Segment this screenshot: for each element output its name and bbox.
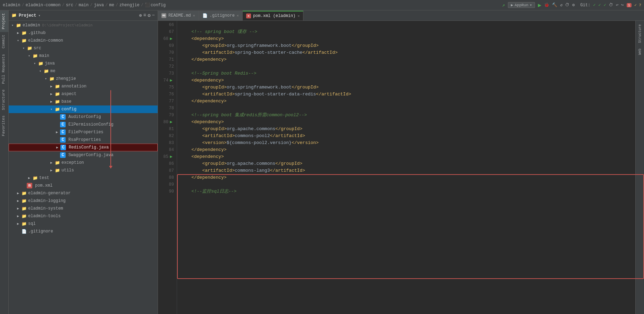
java-icon: C bbox=[60, 114, 66, 120]
line-num-71: 71 bbox=[161, 56, 174, 63]
tree-item-me[interactable]: ▾ 📁 me bbox=[9, 67, 158, 75]
run-button[interactable]: ▶ bbox=[538, 2, 541, 9]
tree-item-eladmin-generator[interactable]: ▶ 📁 eladmin-generator bbox=[9, 189, 158, 197]
code-line-73: <!--Spring boot Redis--> bbox=[181, 70, 635, 77]
tree-item-eladmin-common[interactable]: ▾ 📁 eladmin-common bbox=[9, 37, 158, 44]
expand-arrow: ▶ bbox=[17, 206, 21, 211]
git-check2: ✓ bbox=[599, 2, 601, 8]
tree-item-base[interactable]: ▶ 📁 base bbox=[9, 98, 158, 105]
line-num-66: 66 bbox=[161, 22, 174, 28]
tree-item-eladmin[interactable]: ▾ 📁 eladmin D:\ideaProject\eladmin bbox=[9, 22, 158, 29]
tree-item-sql[interactable]: ▶ 📁 sql bbox=[9, 220, 158, 228]
close-tab-button[interactable]: ✕ bbox=[237, 14, 239, 18]
tree-item-el-permission-config[interactable]: C ElPermissionConfig bbox=[9, 121, 158, 128]
breadcrumb-config[interactable]: config bbox=[151, 3, 166, 8]
breadcrumb-java[interactable]: java bbox=[94, 3, 104, 8]
xml-bracket: </ bbox=[270, 167, 275, 174]
tree-item-swagger-config[interactable]: C SwaggerConfig.java bbox=[9, 151, 158, 159]
java-icon: C bbox=[60, 145, 66, 150]
tree-item-file-properties[interactable]: ▶ C FileProperties bbox=[9, 128, 158, 136]
xml-tag: dependency bbox=[194, 77, 221, 84]
sidebar-item-commit[interactable]: Commit bbox=[0, 32, 8, 51]
code-line-79: <!--spring boot 集成redis所需common-pool2--> bbox=[181, 112, 635, 119]
run-gutter-icon[interactable]: ▶ bbox=[168, 36, 174, 42]
folder-icon: 📁 bbox=[49, 76, 55, 82]
tree-item-config[interactable]: ▾ 📁 config bbox=[9, 105, 158, 113]
folder-icon: 📁 bbox=[21, 190, 27, 196]
tree-item-aspect[interactable]: ▶ 📁 aspect bbox=[9, 90, 158, 98]
item-label: eladmin-logging bbox=[28, 198, 66, 203]
clock-icon[interactable]: ⏱ bbox=[565, 2, 569, 8]
breadcrumb-src[interactable]: src bbox=[66, 3, 74, 8]
item-label: exception bbox=[61, 160, 84, 165]
error-badge[interactable]: 1 bbox=[627, 3, 632, 7]
sidebar-item-structure[interactable]: Structure bbox=[0, 87, 8, 113]
tab-gitignore[interactable]: 📄 .gitignore ✕ bbox=[199, 11, 243, 20]
sidebar-item-project[interactable]: Project bbox=[0, 10, 8, 32]
folder-icon: 📁 bbox=[55, 107, 60, 112]
xml-bracket: < bbox=[181, 160, 205, 167]
xml-text: org.apache.commons bbox=[227, 126, 275, 133]
tree-item-auditor-config[interactable]: C AuditorConfig bbox=[9, 113, 158, 121]
tree-item-redis-config[interactable]: ▶ C RedisConfig.java bbox=[9, 144, 158, 151]
tree-item-annotation[interactable]: ▶ 📁 annotation bbox=[9, 83, 158, 90]
run-gutter-icon[interactable]: ▶ bbox=[168, 154, 174, 160]
apprun-button[interactable]: ▶ AppRun ▾ bbox=[508, 2, 535, 8]
item-label: zhengjie bbox=[56, 76, 76, 81]
breadcrumb-common[interactable]: eladmin-common bbox=[26, 3, 61, 8]
tree-item-eladmin-system[interactable]: ▶ 📁 eladmin-system bbox=[9, 205, 158, 212]
breadcrumb-me[interactable]: me bbox=[109, 3, 114, 8]
reload-icon[interactable]: ↺ bbox=[560, 2, 562, 8]
breadcrumb-eladmin[interactable]: eladmin bbox=[3, 3, 20, 8]
debug-icon[interactable]: 🐞 bbox=[544, 2, 549, 8]
apprun-label: AppRun bbox=[515, 3, 528, 7]
run-gutter-icon[interactable]: ▶ bbox=[168, 119, 174, 125]
xml-tag: artifactId bbox=[275, 167, 302, 174]
close-tab-button[interactable]: ✕ bbox=[298, 14, 300, 18]
minimize-icon[interactable]: − bbox=[152, 12, 155, 18]
settings-icon[interactable]: ⚙ bbox=[572, 2, 575, 8]
tab-pom-xml[interactable]: m pom.xml (eladmin) ✕ bbox=[243, 11, 303, 20]
folder-icon: 📁 bbox=[43, 68, 49, 74]
xml-bracket: > bbox=[335, 49, 338, 56]
tree-item-rsa-properties[interactable]: C RsaProperties bbox=[9, 136, 158, 144]
tree-item-eladmin-logging[interactable]: ▶ 📁 eladmin-logging bbox=[9, 197, 158, 205]
tree-item-exception[interactable]: ▶ 📁 exception bbox=[9, 159, 158, 167]
tree-item-test[interactable]: ▶ 📁 test bbox=[9, 174, 158, 182]
tree-item-github[interactable]: ▶ 📁 .github bbox=[9, 29, 158, 37]
tree-item-src[interactable]: ▾ 📁 src bbox=[9, 44, 158, 52]
settings-tree-icon[interactable]: ⚙ bbox=[148, 12, 150, 18]
sidebar-item-pull-requests[interactable]: Pull Requests bbox=[0, 51, 8, 87]
run-gutter-icon[interactable]: ▶ bbox=[168, 78, 174, 83]
tree-item-utils[interactable]: ▶ 📁 utils bbox=[9, 167, 158, 174]
folder-icon: 📁 bbox=[55, 168, 60, 173]
build-icon[interactable]: 🔨 bbox=[552, 2, 557, 8]
tree-item-eladmin-tools[interactable]: ▶ 📁 eladmin-tools bbox=[9, 212, 158, 220]
tree-item-pom-xml[interactable]: m pom.xml bbox=[9, 182, 158, 189]
java-icon: C bbox=[60, 129, 66, 135]
right-tab-web[interactable]: Web bbox=[636, 46, 644, 57]
xml-bracket: > bbox=[316, 84, 319, 91]
close-tab-button[interactable]: ✕ bbox=[193, 14, 195, 18]
code-area[interactable]: <!-- spring boot 缓存 --> <dependency> <gr… bbox=[177, 21, 635, 314]
collapse-icon[interactable]: ≡ bbox=[143, 12, 146, 18]
tab-readme[interactable]: MD README.md ✕ bbox=[158, 11, 199, 20]
folder-icon: 📁 bbox=[32, 53, 38, 59]
xml-tag: dependency bbox=[194, 35, 221, 42]
item-label: main bbox=[39, 53, 49, 58]
xml-icon: m bbox=[246, 14, 251, 18]
code-line-81: <groupId>org.apache.commons</groupId> bbox=[181, 126, 635, 133]
locate-icon[interactable]: ⊕ bbox=[139, 12, 142, 18]
tree-item-zhengjie[interactable]: ▾ 📁 zhengjie bbox=[9, 75, 158, 83]
tree-item-java[interactable]: ▾ 📁 java bbox=[9, 60, 158, 67]
tree-item-main[interactable]: ▾ 📁 main bbox=[9, 52, 158, 60]
folder-icon: 📁 bbox=[21, 221, 27, 227]
top-bar: eladmin / eladmin-common / src / main / … bbox=[0, 0, 644, 10]
tree-item-gitignore-file[interactable]: 📄 .gitignore bbox=[9, 228, 158, 235]
sidebar-item-favorites[interactable]: Favorites bbox=[0, 113, 8, 139]
breadcrumb-zhengjie[interactable]: zhengjie bbox=[119, 3, 140, 8]
code-line-85: <dependency> bbox=[181, 153, 635, 160]
breadcrumb-main[interactable]: main bbox=[78, 3, 89, 8]
xml-bracket: < bbox=[181, 91, 205, 98]
right-tab-structure[interactable]: Structure bbox=[636, 22, 644, 45]
